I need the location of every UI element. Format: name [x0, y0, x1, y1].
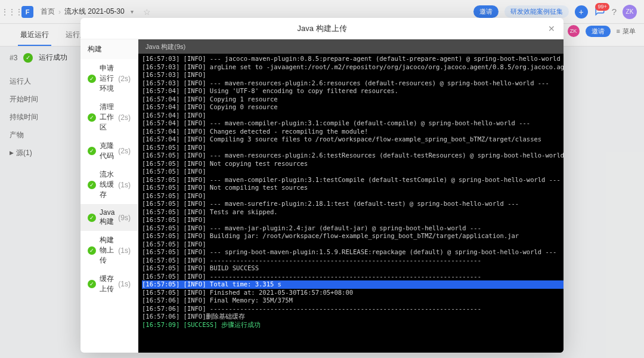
- log-line: [16:57:05] [INFO] Finished at: 2021-05-3…: [142, 289, 564, 297]
- log-panel: Java 构建(9s) 下载 [16:57:03] [INFO] --- jac…: [138, 39, 564, 353]
- log-line: [16:57:05] [INFO] ----------------------…: [142, 273, 564, 281]
- success-icon: ✓: [88, 181, 96, 189]
- step-item[interactable]: ✓克隆代码(2s): [80, 137, 138, 165]
- success-icon: ✓: [88, 214, 96, 222]
- log-line: [16:57:05] [INFO] --- maven-compiler-plu…: [142, 176, 564, 184]
- modal-header: Java 构建上传 ✕: [80, 18, 564, 39]
- success-icon: ✓: [88, 246, 96, 255]
- log-line: [16:57:03] [INFO]: [142, 71, 564, 79]
- log-line: [16:57:03] [INFO] --- maven-resources-pl…: [142, 79, 564, 88]
- log-line: [16:57:05] [INFO] Not compiling test sou…: [142, 184, 564, 192]
- sidebar-title: 构建: [80, 39, 138, 59]
- step-duration: (1s): [118, 181, 131, 189]
- log-line: [16:57:05] [INFO]: [142, 168, 564, 176]
- log-line: [16:57:05] [INFO]: [142, 192, 564, 200]
- log-line: [16:57:04] [INFO] Using 'UTF-8' encoding…: [142, 87, 564, 95]
- log-line: [16:57:04] [INFO]: [142, 112, 564, 120]
- log-content[interactable]: [16:57:03] [INFO] --- jacoco-maven-plugi…: [138, 54, 564, 353]
- step-label: 缓存上传: [100, 274, 114, 294]
- log-line: [16:57:03] [INFO] argLine set to -javaag…: [142, 63, 564, 72]
- modal-overlay: Java 构建上传 ✕ 构建 ✓申请运行环境(2s)✓清理工作区(2s)✓克隆代…: [0, 0, 644, 358]
- log-header: Java 构建(9s) 下载: [138, 39, 564, 54]
- success-icon: ✓: [88, 280, 96, 288]
- log-line: [16:57:05] [INFO] --- spring-boot-maven-…: [142, 248, 564, 257]
- log-line: [16:57:05] [INFO]: [142, 240, 564, 249]
- step-item[interactable]: ✓Java 构建(9s): [80, 204, 138, 231]
- log-line: [16:57:05] [INFO] BUILD SUCCESS: [142, 264, 564, 273]
- log-line: [16:57:05] [INFO] Total time: 3.315 s: [142, 280, 564, 289]
- log-line: [16:57:06] [INFO]删除基础缓存: [142, 313, 564, 321]
- log-line: [16:57:09] [SUCCESS] 步骤运行成功: [142, 321, 564, 329]
- close-icon[interactable]: ✕: [548, 24, 555, 33]
- step-item[interactable]: ✓缓存上传(1s): [80, 270, 138, 298]
- step-label: 清理工作区: [100, 102, 114, 132]
- log-line: [16:57:05] [INFO] Building jar: /root/wo…: [142, 232, 564, 240]
- step-duration: (2s): [118, 113, 131, 122]
- step-label: Java 构建: [100, 208, 114, 227]
- log-line: [16:57:06] [INFO] ----------------------…: [142, 305, 564, 313]
- modal-title: Java 构建上传: [297, 23, 346, 34]
- step-duration: (9s): [118, 214, 131, 222]
- log-line: [16:57:05] [INFO] Not copying test resou…: [142, 160, 564, 168]
- log-line: [16:57:04] [INFO] --- maven-compiler-plu…: [142, 119, 564, 128]
- log-line: [16:57:05] [INFO]: [142, 144, 564, 152]
- step-label: 构建物上传: [100, 235, 114, 266]
- log-line: [16:57:04] [INFO] Copying 0 resource: [142, 103, 564, 112]
- log-line: [16:57:04] [INFO] Copying 1 resource: [142, 95, 564, 104]
- step-label: 流水线缓存: [100, 169, 114, 200]
- step-label: 克隆代码: [100, 141, 114, 161]
- step-item[interactable]: ✓清理工作区(2s): [80, 98, 138, 137]
- step-item[interactable]: ✓申请运行环境(2s): [80, 59, 138, 98]
- step-item[interactable]: ✓流水线缓存(1s): [80, 165, 138, 204]
- log-line: [16:57:05] [INFO]: [142, 216, 564, 224]
- log-line: [16:57:05] [INFO] --- maven-surefire-plu…: [142, 200, 564, 208]
- build-log-modal: Java 构建上传 ✕ 构建 ✓申请运行环境(2s)✓清理工作区(2s)✓克隆代…: [80, 18, 564, 353]
- log-title: Java 构建: [145, 42, 174, 51]
- log-line: [16:57:05] [INFO] --- maven-jar-plugin:2…: [142, 224, 564, 233]
- modal-sidebar: 构建 ✓申请运行环境(2s)✓清理工作区(2s)✓克隆代码(2s)✓流水线缓存(…: [80, 39, 138, 353]
- step-duration: (1s): [118, 280, 131, 288]
- step-duration: (2s): [118, 147, 131, 155]
- step-item[interactable]: ✓构建物上传(1s): [80, 231, 138, 270]
- log-line: [16:57:04] [INFO] Changes detected - rec…: [142, 128, 564, 136]
- success-icon: ✓: [88, 147, 96, 155]
- log-line: [16:57:04] [INFO] Compiling 3 source fil…: [142, 135, 564, 144]
- step-duration: (1s): [118, 246, 131, 255]
- log-line: [16:57:06] [INFO] Final Memory: 35M/375M: [142, 297, 564, 305]
- log-line: [16:57:05] [INFO] Tests are skipped.: [142, 208, 564, 217]
- log-line: [16:57:03] [INFO] --- jacoco-maven-plugi…: [142, 55, 564, 63]
- success-icon: ✓: [88, 113, 96, 122]
- log-line: [16:57:05] [INFO] ----------------------…: [142, 257, 564, 265]
- step-duration: (2s): [118, 75, 131, 83]
- log-line: [16:57:05] [INFO] --- maven-resources-pl…: [142, 152, 564, 160]
- success-icon: ✓: [88, 75, 96, 83]
- step-label: 申请运行环境: [100, 63, 114, 94]
